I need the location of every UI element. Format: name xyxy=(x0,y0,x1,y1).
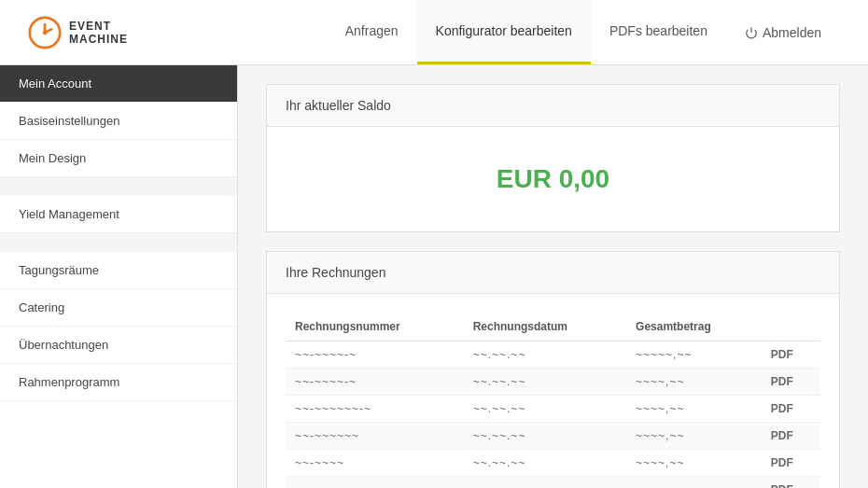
invoices-section-body: Rechnungsnummer Rechnungsdatum Gesamtbet… xyxy=(267,294,839,488)
invoice-date: ~~.~~.~~ xyxy=(464,369,626,396)
table-row: ~~-~~~~~~ ~~.~~.~~ ~~~~,~~ PDF xyxy=(286,423,820,450)
col-gesamtbetrag: Gesamtbetrag xyxy=(626,313,762,342)
invoice-nr: ~~-~~~~-~ xyxy=(286,342,464,369)
main-content: Ihr aktueller Saldo EUR 0,00 Ihre Rechnu… xyxy=(238,65,868,488)
invoices-table-body: ~~-~~~~-~ ~~.~~.~~ ~~~~~,~~ PDF ~~-~~~~-… xyxy=(286,342,820,489)
balance-amount: EUR 0,00 xyxy=(286,146,820,213)
invoice-pdf[interactable]: PDF xyxy=(762,342,820,369)
invoice-amount: ~~~~~,~~ xyxy=(626,342,762,369)
logout-label: Abmelden xyxy=(763,25,821,40)
invoice-date: ~~.~~.~~ xyxy=(464,396,626,423)
invoice-amount: ~~~~~,~~ xyxy=(626,477,762,489)
sidebar-item-mein-design[interactable]: Mein Design xyxy=(0,140,237,177)
sidebar-gap-2 xyxy=(0,233,237,252)
invoice-nr: ~~-~~~~~~ xyxy=(286,423,464,450)
invoices-table-head: Rechnungsnummer Rechnungsdatum Gesamtbet… xyxy=(286,313,820,342)
logo: EVENT MACHINE xyxy=(28,16,196,49)
invoice-nr: ~~-~~~~~ xyxy=(286,477,464,489)
nav-anfragen[interactable]: Anfragen xyxy=(327,0,417,64)
svg-point-1 xyxy=(43,30,48,35)
table-row: ~~-~~~~~ ~~.~~.~~ ~~~~~,~~ PDF xyxy=(286,477,820,489)
invoice-date: ~~.~~.~~ xyxy=(464,423,626,450)
balance-section: Ihr aktueller Saldo EUR 0,00 xyxy=(266,84,840,232)
sidebar-item-uebernachtungen[interactable]: Übernachtungen xyxy=(0,327,237,364)
sidebar-item-mein-account[interactable]: Mein Account xyxy=(0,65,237,103)
table-row: ~~-~~~~ ~~.~~.~~ ~~~~,~~ PDF xyxy=(286,450,820,477)
invoice-pdf[interactable]: PDF xyxy=(762,369,820,396)
top-nav: EVENT MACHINE Anfragen Konfigurator bear… xyxy=(0,0,868,65)
col-rechnungsdatum: Rechnungsdatum xyxy=(464,313,626,342)
invoice-pdf[interactable]: PDF xyxy=(762,477,820,489)
sidebar-item-rahmenprogramm[interactable]: Rahmenprogramm xyxy=(0,364,237,401)
invoice-nr: ~~-~~~~~~-~ xyxy=(286,396,464,423)
balance-section-title: Ihr aktueller Saldo xyxy=(267,85,839,127)
invoice-pdf[interactable]: PDF xyxy=(762,450,820,477)
invoice-nr: ~~-~~~~-~ xyxy=(286,369,464,396)
table-row: ~~-~~~~~~-~ ~~.~~.~~ ~~~~,~~ PDF xyxy=(286,396,820,423)
invoices-section: Ihre Rechnungen Rechnungsnummer Rechnung… xyxy=(266,251,840,488)
sidebar-item-basiseinstellungen[interactable]: Basiseinstellungen xyxy=(0,103,237,140)
col-rechnungsnummer: Rechnungsnummer xyxy=(286,313,464,342)
sidebar: Mein Account Basiseinstellungen Mein Des… xyxy=(0,65,238,488)
nav-konfigurator[interactable]: Konfigurator bearbeiten xyxy=(417,0,591,64)
invoice-date: ~~.~~.~~ xyxy=(464,450,626,477)
invoices-section-title: Ihre Rechnungen xyxy=(267,252,839,294)
nav-links: Anfragen Konfigurator bearbeiten PDFs be… xyxy=(327,0,840,64)
invoice-amount: ~~~~,~~ xyxy=(626,396,762,423)
invoice-amount: ~~~~,~~ xyxy=(626,369,762,396)
invoice-nr: ~~-~~~~ xyxy=(286,450,464,477)
sidebar-item-catering[interactable]: Catering xyxy=(0,289,237,327)
main-layout: Mein Account Basiseinstellungen Mein Des… xyxy=(0,65,868,488)
power-icon xyxy=(745,26,758,39)
invoice-amount: ~~~~,~~ xyxy=(626,423,762,450)
sidebar-gap-1 xyxy=(0,177,237,196)
logo-text: EVENT MACHINE xyxy=(69,20,128,46)
table-row: ~~-~~~~-~ ~~.~~.~~ ~~~~~,~~ PDF xyxy=(286,342,820,369)
logout-button[interactable]: Abmelden xyxy=(726,25,840,40)
logo-icon xyxy=(28,16,62,49)
invoice-date: ~~.~~.~~ xyxy=(464,342,626,369)
invoice-pdf[interactable]: PDF xyxy=(762,396,820,423)
invoice-pdf[interactable]: PDF xyxy=(762,423,820,450)
table-row: ~~-~~~~-~ ~~.~~.~~ ~~~~,~~ PDF xyxy=(286,369,820,396)
nav-pdfs[interactable]: PDFs bearbeiten xyxy=(591,0,726,64)
balance-section-body: EUR 0,00 xyxy=(267,127,839,231)
invoice-date: ~~.~~.~~ xyxy=(464,477,626,489)
col-pdf-header xyxy=(762,313,820,342)
sidebar-item-yield-management[interactable]: Yield Management xyxy=(0,196,237,233)
invoices-table: Rechnungsnummer Rechnungsdatum Gesamtbet… xyxy=(286,313,820,488)
sidebar-item-tagungsraeume[interactable]: Tagungsräume xyxy=(0,252,237,289)
invoice-amount: ~~~~,~~ xyxy=(626,450,762,477)
